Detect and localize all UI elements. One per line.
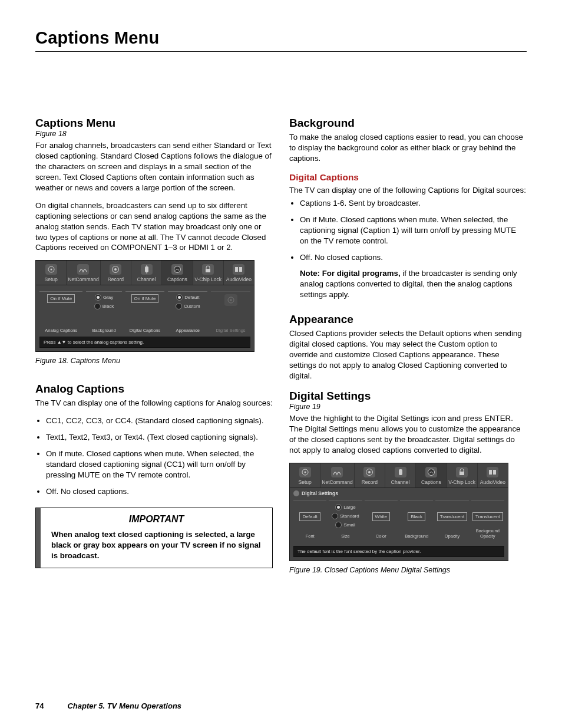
opacity-value: Translucent [437, 512, 468, 521]
bg-opacity-value: Translucent [472, 512, 503, 521]
digital-note: Note: For digital programs, if the broad… [300, 268, 527, 300]
analog-bullet-2: Text1, Text2, Text3, or Text4. (Text clo… [46, 432, 273, 443]
captions-icon [425, 467, 437, 477]
important-text: When analog text closed captioning is se… [51, 529, 262, 561]
svg-point-12 [304, 471, 306, 473]
svg-rect-18 [489, 470, 492, 475]
tab-channel: Channel [137, 276, 156, 282]
bg-black-option: Black [103, 304, 114, 309]
tab-netcommand: NetCommand [68, 276, 98, 282]
background-para: To make the analog closed captions easie… [289, 132, 527, 164]
analog-bullet-3: On if mute. Closed captions when mute. W… [46, 449, 273, 480]
lock-icon [202, 264, 214, 275]
label-background: Background [400, 533, 433, 539]
appearance-default: Default [184, 295, 199, 300]
help-text-fig19: The default font is the font selected by… [293, 546, 504, 557]
radio-icon [335, 504, 342, 510]
heading-background: Background [289, 117, 355, 129]
analog-captions-value: On if Mute [47, 294, 75, 303]
gear-icon [293, 490, 299, 496]
svg-point-10 [230, 299, 232, 301]
svg-point-14 [368, 471, 371, 473]
digital-captions-value: On if Mute [131, 294, 159, 303]
section-digital-captions: Digital Captions [125, 328, 165, 333]
record-icon [363, 467, 375, 477]
label-color: Color [365, 533, 398, 539]
tab-audiovideo: AudioVideo [226, 276, 252, 282]
font-value: Default [299, 512, 320, 521]
channel-icon [141, 264, 153, 275]
right-column: Background To make the analog closed cap… [289, 117, 527, 574]
page-footer: 74 Chapter 5. TV Menu Operations [35, 701, 527, 710]
digital-note-bold: Note: For digital programs, [300, 269, 401, 278]
label-opacity: Opacity [435, 533, 468, 539]
svg-point-3 [114, 268, 117, 271]
record-icon [110, 264, 121, 275]
color-value: White [372, 512, 390, 521]
tab-channel: Channel [391, 479, 410, 485]
chapter-title: Chapter 5. TV Menu Operations [67, 701, 181, 710]
tab-record: Record [362, 479, 378, 485]
tab-netcommand: NetCommand [322, 479, 352, 485]
figure-18-caption: Figure 18. Captions Menu [35, 357, 273, 365]
svg-rect-6 [206, 269, 210, 272]
svg-rect-4 [145, 266, 148, 272]
heading-analog-captions: Analog Captions [35, 383, 124, 395]
digital-settings-header: Digital Settings [302, 490, 338, 496]
help-text-fig18: Press ▲▼ to select the analog captions s… [39, 337, 250, 348]
svg-rect-7 [235, 267, 238, 272]
captions-icon [171, 264, 183, 275]
figure-18-screenshot: Setup NetCommand Record Channel Captions… [35, 260, 254, 352]
analog-bullet-4: Off. No closed captions. [46, 486, 273, 497]
digital-captions-intro: The TV can display one of the following … [289, 185, 527, 196]
size-standard: Standard [340, 513, 359, 519]
bg-gray-option: Gray [103, 295, 113, 300]
radio-icon [176, 294, 183, 301]
setup-icon [45, 264, 57, 275]
dc-bullet-1: Captions 1-6. Sent by broadcaster. [300, 198, 527, 209]
audiovideo-icon [233, 264, 244, 275]
tab-vchip: V-Chip Lock [448, 479, 475, 485]
section-background: Background [86, 328, 121, 333]
heading-captions-menu: Captions Menu [35, 117, 115, 129]
section-analog-captions: Analog Captions [39, 328, 82, 333]
digital-settings-para: Move the highlight to the Digital Settin… [289, 413, 527, 456]
size-large: Large [343, 505, 355, 510]
figure-19-caption: Figure 19. Closed Captions Menu Digital … [289, 566, 527, 574]
tab-audiovideo: AudioVideo [480, 479, 505, 485]
label-size: Size [329, 533, 362, 539]
subheading-digital-captions: Digital Captions [289, 172, 527, 183]
analog-intro: The TV can display one of the following … [35, 398, 273, 409]
dc-bullet-2: On if Mute. Closed captions when mute. W… [300, 215, 527, 246]
page-title: Captions Menu [35, 28, 527, 48]
svg-point-1 [50, 269, 52, 271]
radio-icon [94, 303, 101, 309]
figure-ref-18: Figure 18 [35, 130, 273, 138]
channel-icon [395, 467, 406, 477]
svg-rect-17 [459, 472, 464, 475]
svg-rect-15 [399, 469, 402, 475]
tab-record: Record [108, 276, 124, 282]
setup-icon [299, 467, 311, 477]
captions-intro-p2: On digital channels, broadcasters can se… [35, 200, 273, 253]
dc-bullet-3: Off. No closed captions. [300, 252, 527, 263]
label-font: Font [293, 533, 326, 539]
radio-icon [335, 522, 342, 528]
tab-setup: Setup [45, 276, 58, 282]
svg-rect-19 [493, 470, 496, 475]
title-rule [35, 51, 527, 52]
appearance-custom: Custom [184, 304, 200, 309]
important-title: IMPORTANT [51, 514, 262, 525]
audiovideo-icon [487, 467, 498, 477]
radio-icon [176, 303, 182, 309]
left-column: Captions Menu Figure 18 For analog chann… [35, 117, 273, 574]
heading-digital-settings: Digital Settings [289, 390, 371, 402]
figure-19-screenshot: Setup NetCommand Record Channel Captions… [289, 463, 508, 561]
netcommand-icon [77, 264, 89, 275]
page-number: 74 [35, 701, 44, 710]
svg-rect-8 [239, 267, 242, 272]
figure-ref-19: Figure 19 [289, 403, 527, 411]
section-digital-settings: Digital Settings [211, 328, 250, 333]
section-appearance: Appearance [168, 328, 207, 333]
background-value: Black [408, 512, 425, 521]
